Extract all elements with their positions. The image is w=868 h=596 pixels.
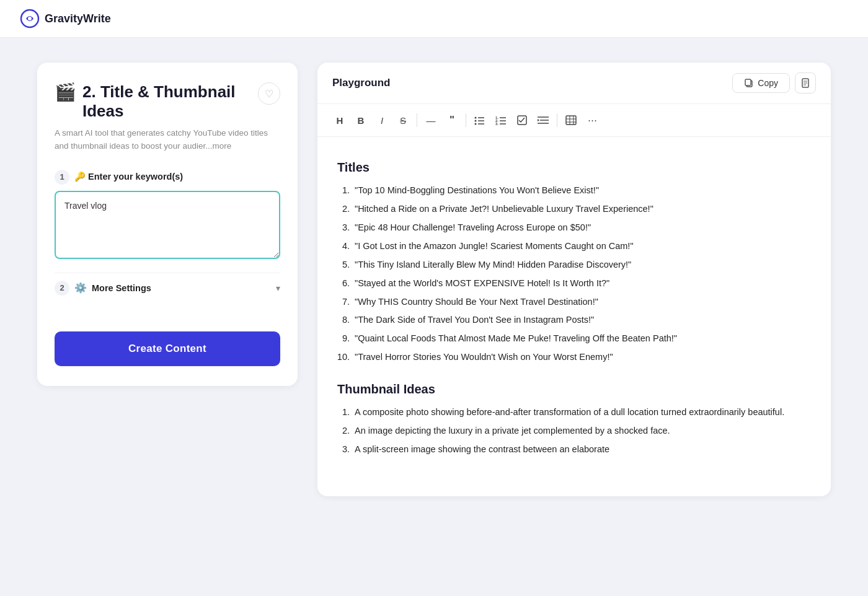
create-content-button[interactable]: Create Content [55,331,280,366]
step2-number: 2 [55,281,69,296]
list-item: "Travel Horror Stories You Wouldn't Wish… [352,350,811,365]
tool-header: 🎬 2. Title & Thumbnail Ideas ♡ [55,82,280,121]
favorite-button[interactable]: ♡ [258,82,280,105]
copy-icon [744,78,754,88]
ordered-list-btn[interactable]: 1. 2. 3. [491,110,511,130]
step1-section: 1 🔑 Enter your keyword(s) Travel vlog [55,170,280,261]
titles-list: "Top 10 Mind-Boggling Destinations You W… [337,183,811,365]
separator-3 [557,113,557,127]
playground-toolbar: Playground Copy [317,63,831,104]
tool-emoji: 🎬 [55,84,76,101]
list-item: "Stayed at the World's MOST EXPENSIVE Ho… [352,276,811,291]
svg-point-8 [475,117,477,119]
horizontal-rule-btn[interactable]: — [421,110,441,130]
step1-label: 1 🔑 Enter your keyword(s) [55,170,280,185]
indent-icon [538,115,549,125]
list-item: An image depicting the luxury in a priva… [352,424,811,439]
list-item: A split-screen image showing the contras… [352,442,811,457]
content-area: Titles "Top 10 Mind-Boggling Destination… [317,137,831,492]
document-icon-button[interactable] [795,72,816,94]
svg-rect-24 [566,116,576,125]
svg-point-12 [475,123,477,125]
gravitywrite-logo-icon [20,9,40,28]
document-icon [800,78,810,88]
list-item: "This Tiny Island Literally Blew My Mind… [352,258,811,273]
step1-title: 🔑 Enter your keyword(s) [74,172,183,182]
svg-point-10 [475,120,477,122]
ordered-list-icon: 1. 2. 3. [495,115,507,125]
logo: GravityWrite [20,9,111,28]
left-panel: 🎬 2. Title & Thumbnail Ideas ♡ A smart A… [37,63,298,386]
main-content: 🎬 2. Title & Thumbnail Ideas ♡ A smart A… [0,38,868,596]
toolbar-actions: Copy [732,72,816,94]
list-item: "Epic 48 Hour Challenge! Traveling Acros… [352,221,811,235]
list-item: "I Got Lost in the Amazon Jungle! Scarie… [352,239,811,254]
bold-btn[interactable]: B [351,110,371,130]
step1-number: 1 [55,170,69,185]
titles-heading: Titles [337,160,811,175]
step2-section: 2 ⚙️ More Settings ▾ [55,273,280,303]
italic-btn[interactable]: I [372,110,392,130]
gear-icon: ⚙️ [74,282,87,294]
right-panel: Playground Copy [317,63,831,496]
thumbnails-list: A composite photo showing before-and-aft… [337,405,811,457]
thumbnail-heading: Thumbnail Ideas [337,382,811,397]
quote-btn[interactable]: " [442,110,462,130]
table-icon [565,115,577,125]
keyword-input[interactable]: Travel vlog [55,191,280,259]
heart-icon: ♡ [265,88,273,100]
separator-2 [466,113,466,127]
list-item: A composite photo showing before-and-aft… [352,405,811,420]
list-item: "Top 10 Mind-Boggling Destinations You W… [352,183,811,198]
list-item: "Why THIS Country Should Be Your Next Tr… [352,295,811,310]
header: GravityWrite [0,0,868,38]
chevron-down-icon: ▾ [276,283,280,293]
indent-btn[interactable] [533,110,553,130]
editor-toolbar: H B I S — " 1. [317,104,831,137]
more-settings-toggle[interactable]: 2 ⚙️ More Settings ▾ [55,273,280,303]
list-item: "The Dark Side of Travel You Don't See i… [352,313,811,328]
heading-btn[interactable]: H [330,110,350,130]
logo-text: GravityWrite [45,12,111,25]
more-options-btn[interactable]: ⋯ [582,110,602,130]
unordered-list-icon [474,115,485,125]
copy-button[interactable]: Copy [732,73,790,93]
tool-title-row: 🎬 2. Title & Thumbnail Ideas [55,82,258,121]
tool-description: A smart AI tool that generates catchy Yo… [55,127,280,152]
list-item: "Hitched a Ride on a Private Jet?! Unbel… [352,202,811,217]
playground-title: Playground [332,77,391,89]
checkbox-btn[interactable] [512,110,532,130]
unordered-list-btn[interactable] [470,110,490,130]
tool-title: 2. Title & Thumbnail Ideas [82,82,258,121]
more-settings-label: More Settings [92,283,151,293]
strikethrough-btn[interactable]: S [393,110,413,130]
table-btn[interactable] [561,110,581,130]
checkbox-icon [517,115,527,125]
svg-point-1 [28,17,32,20]
svg-text:3.: 3. [495,122,498,125]
separator-1 [417,113,417,127]
more-link[interactable]: more [212,141,231,151]
more-settings-left: 2 ⚙️ More Settings [55,281,151,296]
svg-rect-3 [745,79,751,85]
list-item: "Quaint Local Foods That Almost Made Me … [352,331,811,346]
